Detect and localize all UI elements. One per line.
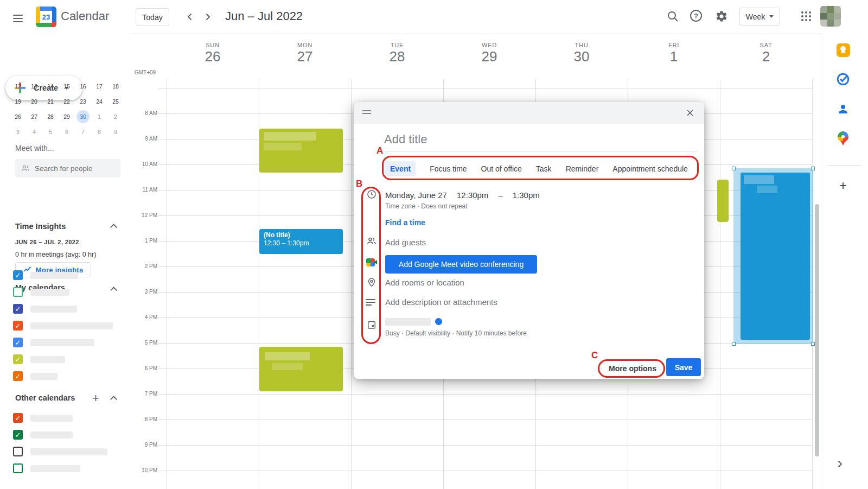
mini-day[interactable]: 1 — [91, 109, 107, 124]
help-icon[interactable]: ? — [690, 10, 702, 22]
my-calendar-item[interactable]: ✓ — [13, 320, 113, 332]
day-header-wed[interactable]: WED 29 — [443, 42, 535, 65]
monday-evening-event[interactable] — [259, 347, 343, 391]
get-addons-icon[interactable]: + — [835, 178, 851, 193]
my-calendar-item[interactable]: ✓ — [13, 336, 94, 348]
mini-day[interactable]: 4 — [26, 124, 42, 139]
event-datetime-row[interactable]: Monday, June 27 12:30pm – 1:30pm — [385, 190, 540, 200]
search-people-box[interactable] — [15, 159, 120, 177]
find-a-time-link[interactable]: Find a time — [385, 218, 425, 227]
resize-handle[interactable] — [811, 167, 815, 170]
mini-day[interactable]: 5 — [42, 124, 59, 139]
resize-handle[interactable] — [811, 342, 815, 346]
collapse-time-insights-icon[interactable] — [110, 224, 117, 231]
day-header-mon[interactable]: MON 27 — [259, 42, 351, 65]
calendar-logo[interactable]: 23 — [36, 7, 56, 27]
drag-handle-icon[interactable] — [362, 110, 371, 114]
monday-untitled-event[interactable]: (No title) 12:30 – 1:30pm — [259, 229, 343, 254]
tab-appointment-schedule[interactable]: Appointment schedule — [612, 164, 688, 173]
tab-event[interactable]: Event — [385, 161, 416, 176]
mini-day[interactable]: 27 — [26, 109, 42, 124]
contacts-icon[interactable] — [835, 101, 851, 117]
mini-day[interactable]: 13 — [26, 79, 42, 94]
other-calendar-item[interactable]: ✓ — [13, 429, 73, 441]
mini-day[interactable]: 20 — [26, 94, 42, 109]
my-calendar-item[interactable] — [13, 286, 69, 298]
mini-day[interactable]: 16 — [75, 79, 91, 94]
resize-handle[interactable] — [732, 342, 736, 346]
calendar-checkbox[interactable]: ✓ — [13, 321, 23, 331]
mini-day[interactable]: 8 — [91, 124, 107, 139]
keep-icon[interactable] — [835, 42, 851, 58]
friday-event[interactable] — [717, 180, 729, 222]
mini-day[interactable]: 24 — [91, 94, 107, 109]
resize-handle[interactable] — [732, 167, 736, 170]
tasks-icon[interactable] — [835, 72, 851, 87]
calendar-checkbox[interactable]: ✓ — [13, 270, 23, 280]
mini-day[interactable]: 28 — [42, 109, 59, 124]
calendar-checkbox[interactable]: ✓ — [13, 304, 23, 314]
close-icon[interactable] — [685, 107, 695, 120]
day-header-fri[interactable]: FRI 1 — [628, 42, 720, 65]
dialog-drag-bar[interactable] — [354, 102, 704, 124]
day-header-sat[interactable]: SAT 2 — [720, 42, 812, 65]
google-apps-icon[interactable] — [801, 11, 811, 21]
tab-reminder[interactable]: Reminder — [566, 164, 599, 173]
add-other-calendars-icon[interactable]: + — [92, 391, 99, 405]
main-menu-icon[interactable] — [13, 12, 23, 24]
calendar-checkbox[interactable] — [13, 287, 23, 297]
add-description-field[interactable]: Add description or attachments — [385, 297, 497, 307]
my-calendar-item[interactable]: ✓ — [13, 269, 78, 281]
today-button[interactable]: Today — [136, 8, 169, 26]
day-header-tue[interactable]: TUE 28 — [351, 42, 443, 65]
saturday-event-selection[interactable] — [733, 168, 813, 344]
my-calendar-item[interactable]: ✓ — [13, 353, 65, 365]
other-calendar-item[interactable] — [13, 462, 80, 474]
calendar-checkbox[interactable]: ✓ — [13, 338, 23, 347]
tab-out-of-office[interactable]: Out of office — [481, 164, 522, 173]
next-week-icon[interactable] — [201, 10, 214, 26]
calendar-checkbox[interactable] — [13, 447, 23, 456]
save-button[interactable]: Save — [666, 358, 701, 376]
mini-day[interactable]: 25 — [107, 94, 124, 109]
calendar-checkbox[interactable]: ✓ — [13, 413, 23, 423]
mini-day[interactable]: 21 — [42, 94, 59, 109]
add-guests-field[interactable]: Add guests — [385, 238, 426, 247]
mini-day[interactable]: 2 — [107, 109, 124, 124]
mini-day[interactable]: 6 — [59, 124, 75, 139]
day-header-sun[interactable]: SUN 26 — [167, 42, 259, 65]
mini-day[interactable]: 23 — [75, 94, 91, 109]
maps-icon[interactable] — [835, 131, 851, 146]
search-icon[interactable] — [666, 10, 679, 25]
mini-day[interactable]: 3 — [10, 124, 26, 139]
monday-morning-event[interactable] — [259, 129, 343, 173]
mini-day[interactable]: 29 — [59, 109, 75, 124]
mini-day[interactable]: 19 — [10, 94, 26, 109]
view-selector-week[interactable]: Week — [739, 8, 780, 26]
mini-day[interactable]: 12 — [10, 79, 26, 94]
mini-day[interactable]: 18 — [107, 79, 124, 94]
mini-day[interactable]: 22 — [59, 94, 75, 109]
user-avatar[interactable] — [820, 6, 841, 27]
calendar-checkbox[interactable]: ✓ — [13, 371, 23, 381]
mini-day[interactable]: 14 — [42, 79, 59, 94]
collapse-my-calendars-icon[interactable] — [110, 287, 117, 294]
more-options-button[interactable]: More options — [602, 362, 663, 375]
mini-day[interactable]: 26 — [10, 109, 26, 124]
my-calendar-item[interactable]: ✓ — [13, 303, 77, 315]
saturday-event[interactable] — [741, 173, 810, 340]
mini-day[interactable]: 15 — [59, 79, 75, 94]
mini-day[interactable]: 7 — [75, 124, 91, 139]
my-calendar-item[interactable]: ✓ — [13, 370, 58, 382]
event-title-input[interactable] — [384, 130, 698, 151]
mini-day[interactable]: 9 — [107, 124, 124, 139]
calendar-checkbox[interactable] — [13, 463, 23, 473]
tab-focus-time[interactable]: Focus time — [430, 164, 467, 173]
other-calendar-item[interactable]: ✓ — [13, 412, 73, 424]
add-location-field[interactable]: Add rooms or location — [385, 278, 464, 287]
other-calendar-item[interactable] — [13, 446, 107, 458]
vertical-scrollbar[interactable] — [815, 204, 819, 456]
day-header-thu[interactable]: THU 30 — [535, 42, 628, 65]
settings-gear-icon[interactable] — [715, 10, 728, 25]
tab-task[interactable]: Task — [536, 164, 552, 173]
